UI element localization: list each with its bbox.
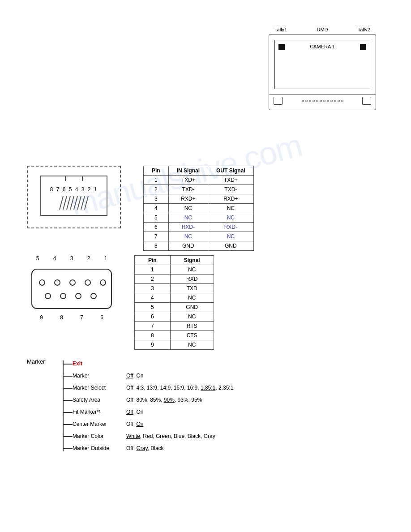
rj45-cell-pin: 3 [144,194,169,204]
marker-item-values: Off, 80%, 85%, 90%, 93%, 95% [126,397,202,403]
rj45-cell-in: NC [168,204,208,213]
marker-item-values: White, Red, Green, Blue, Black, Gray [126,433,215,439]
rj45-cell-pin: 5 [144,213,169,223]
marker-item-label: Marker Outside [73,445,122,451]
rj45-cell-pin: 6 [144,223,169,232]
rj45-cell-in: RXD+ [168,194,208,204]
rj45-cell-pin: 7 [144,232,169,241]
db9-bottom-label: 6 [100,314,103,321]
rj45-cell-in: TXD+ [168,176,208,185]
marker-item-label: Exit [73,360,122,367]
db9-body [31,264,112,313]
db9-row-bottom [45,293,97,299]
rj45-cell-in: RXD- [168,223,208,232]
marker-item-values: Off, On [126,373,143,379]
rj45-cell-in: GND [168,241,208,251]
rj45-pins-lines [61,196,87,210]
db9-col-pin: Pin [135,256,171,265]
stand-right [362,97,371,105]
marker-item-values: Off, On [126,409,143,415]
dot [330,100,333,102]
umd-label: UMD [317,27,328,32]
monitor-body: CAMERA 1 [269,34,376,110]
db9-pin [60,293,66,299]
marker-menu-item: Marker OutsideOff, Gray, Black [73,445,394,451]
marker-title: Marker [27,358,45,365]
marker-item-label: Marker Color [73,433,122,439]
db9-cell-signal: NC [170,312,214,322]
dot [334,100,336,102]
rj45-cell-out: RXD+ [208,194,254,204]
db9-col-signal: Signal [170,256,214,265]
rj45-cell-out: TXD- [208,185,254,194]
rj45-table: Pin IN Signal OUT Signal 1TXD+TXD+2TXD-T… [143,166,254,251]
db9-cell-signal: RTS [170,322,214,331]
rj45-col-in: IN Signal [168,166,208,176]
dot [313,100,315,102]
db9-cell-pin: 7 [135,322,171,331]
db9-cell-pin: 2 [135,275,171,284]
db9-pin [54,279,60,286]
marker-item-label: Marker Select [73,385,122,391]
db9-cell-pin: 9 [135,340,171,350]
rj45-section: 8 7 6 5 4 3 2 1 Pin IN Signal OUT Si [27,166,394,251]
dot [338,100,340,102]
rj45-cell-in: NC [168,232,208,241]
rj45-notch [65,176,83,181]
monitor-labels: Tally1 UMD Tally2 [251,27,394,32]
db9-top-labels: 5 4 3 2 1 [27,255,116,262]
db9-bottom-labels: 9 8 7 6 [27,314,116,321]
rj45-cell-out: GND [208,241,254,251]
dot [323,100,325,102]
marker-menu-item: Fit Marker*¹Off, On [73,409,394,415]
db9-row-top [39,279,106,286]
rj45-cell-out: TXD+ [208,176,254,185]
marker-menu-item: Marker SelectOff, 4:3, 13:9, 14:9, 15:9,… [73,385,394,391]
db9-cell-pin: 4 [135,293,171,303]
db9-bottom-label: 9 [40,314,43,321]
monitor-screen: CAMERA 1 [274,40,370,89]
db9-top-label: 4 [53,255,56,262]
db9-cell-signal: TXD [170,284,214,293]
marker-item-label: Marker [73,373,122,379]
db9-cell-pin: 8 [135,331,171,340]
dots-row [302,100,343,102]
db9-outer-shell [31,269,112,309]
db9-connector-diagram: 5 4 3 2 1 [27,255,116,321]
db9-cell-pin: 5 [135,303,171,312]
dot [305,100,308,102]
db9-cell-signal: RXD [170,275,214,284]
marker-item-values: Off, 4:3, 13:9, 14:9, 15:9, 16:9, 1.85:1… [126,385,233,391]
db9-cell-signal: CTS [170,331,214,340]
marker-tree: ExitMarkerOff, OnMarker SelectOff, 4:3, … [63,360,394,451]
db9-cell-signal: NC [170,265,214,275]
rj45-box: 8 7 6 5 4 3 2 1 [27,166,121,228]
db9-pin [75,293,81,299]
rj45-cell-out: NC [208,213,254,223]
marker-menu-item: Marker ColorWhite, Red, Green, Blue, Bla… [73,433,394,439]
db9-bottom-label: 7 [80,314,83,321]
monitor-diagram: Tally1 UMD Tally2 CAMERA 1 [251,27,394,110]
marker-item-label: Fit Marker*¹ [73,409,122,415]
marker-section: Marker ExitMarkerOff, OnMarker SelectOff… [27,358,394,457]
db9-cell-signal: NC [170,340,214,350]
rj45-cell-out: NC [208,204,254,213]
db9-cell-signal: GND [170,303,214,312]
db9-top-label: 2 [87,255,90,262]
marker-item-label: Safety Area [73,397,122,403]
pin-line [84,196,89,210]
marker-item-label: Center Marker [73,421,122,427]
db9-pin [39,279,45,286]
camera-label: CAMERA 1 [310,44,335,49]
tally2-label: Tally2 [358,27,370,32]
rj45-cell-pin: 2 [144,185,169,194]
db9-top-label: 3 [70,255,73,262]
marker-menu-item: Exit [73,360,394,367]
db9-section: 5 4 3 2 1 [27,255,394,350]
rj45-inner: 8 7 6 5 4 3 2 1 [40,176,107,216]
db9-pin [90,293,97,299]
rj45-cell-out: NC [208,232,254,241]
db9-bottom-label: 8 [60,314,63,321]
tally-left-indicator [278,44,285,50]
db9-cell-pin: 1 [135,265,171,275]
